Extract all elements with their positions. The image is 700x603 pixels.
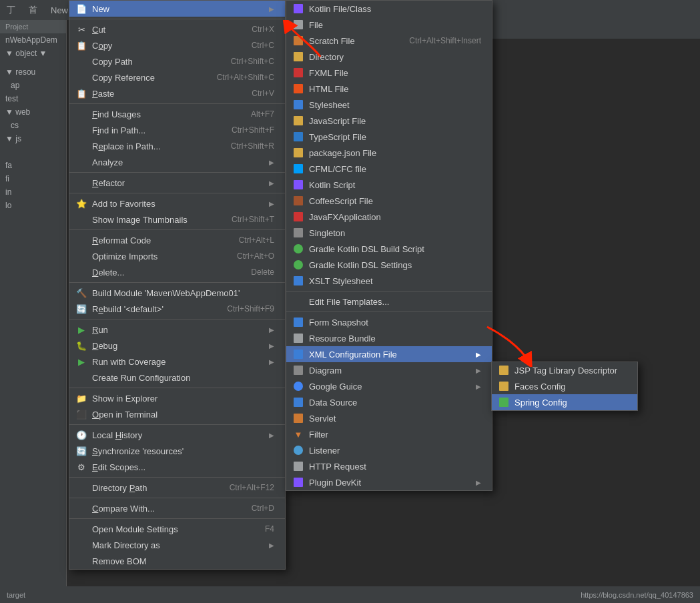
menu-item-show-explorer[interactable]: 📁 Show in Explorer xyxy=(69,390,285,406)
menu-item-cfml[interactable]: CFML/CFC file xyxy=(286,161,492,177)
menu-item-listener[interactable]: Listener xyxy=(286,442,492,458)
menu-item-paste[interactable]: 📋 Paste Ctrl+V xyxy=(69,85,285,101)
sidebar-item-resou[interactable]: ▼ resou xyxy=(0,65,66,79)
menu-item-module-settings[interactable]: Open Module Settings F4 xyxy=(69,521,285,537)
js-icon xyxy=(292,115,305,126)
submenu-arrow: ▶ xyxy=(269,5,274,13)
menu-item-http[interactable]: HTTP Request xyxy=(286,458,492,474)
menu-item-replace-path[interactable]: Replace in Path... Ctrl+Shift+R xyxy=(69,138,285,154)
sidebar-item-ap[interactable]: ap xyxy=(0,79,66,92)
menu-item-find-usages[interactable]: Find Usages Alt+F7 xyxy=(69,106,285,122)
sidebar-item-test[interactable]: test xyxy=(0,92,66,105)
menu-item-kotlin-class[interactable]: Kotlin File/Class xyxy=(286,1,492,17)
run-arrow: ▶ xyxy=(269,326,274,334)
fxml-icon xyxy=(292,67,305,78)
menu-item-ts[interactable]: TypeScript File xyxy=(286,129,492,145)
menu-item-copy-path[interactable]: Copy Path Ctrl+Shift+C xyxy=(69,53,285,69)
delete-icon xyxy=(75,267,88,277)
sidebar-item-cs[interactable]: cs xyxy=(0,119,66,132)
sidebar-item-lo[interactable]: lo xyxy=(0,199,66,212)
menu-item-diagram[interactable]: Diagram ▶ xyxy=(286,362,492,378)
menu-item-local-history[interactable]: 🕐 Local History ▶ xyxy=(69,427,285,443)
menu-item-dir-path[interactable]: Directory Path Ctrl+Alt+F12 xyxy=(69,480,285,496)
sidebar-item-object[interactable]: ▼ object ▼ xyxy=(0,47,66,60)
menu-item-html[interactable]: HTML File xyxy=(286,81,492,97)
menu-item-mark-dir[interactable]: Mark Directory as ▶ xyxy=(69,537,285,553)
top-bar-new[interactable]: New xyxy=(51,5,68,15)
sidebar-item-in[interactable]: in xyxy=(0,185,66,199)
menu-item-refactor[interactable]: Refactor ▶ xyxy=(69,175,285,191)
analyze-icon xyxy=(75,157,88,167)
sidebar-item-web[interactable]: ▼ web xyxy=(0,105,66,119)
plugin-icon xyxy=(292,477,305,488)
menu-item-edit-scopes[interactable]: ⚙ Edit Scopes... xyxy=(69,459,285,475)
separator-10 xyxy=(69,477,285,478)
menu-item-favorites[interactable]: ⭐ Add to Favorites ▶ xyxy=(69,195,285,211)
menu-item-coverage[interactable]: ▶ Run with Coverage ▶ xyxy=(69,354,285,370)
menu-item-stylesheet[interactable]: Stylesheet xyxy=(286,97,492,113)
sync-icon: 🔄 xyxy=(75,446,88,456)
menu-item-jsp-tag[interactable]: JSP Tag Library Descriptor xyxy=(492,362,637,378)
ts-icon xyxy=(292,131,305,142)
menu-item-kotlin-script[interactable]: Kotlin Script xyxy=(286,177,492,193)
menu-item-gradle-build[interactable]: Gradle Kotlin DSL Build Script xyxy=(286,241,492,257)
scopes-icon: ⚙ xyxy=(75,462,88,472)
bundle-icon xyxy=(292,333,305,344)
menu-item-xslt[interactable]: XSLT Stylesheet xyxy=(286,273,492,289)
menu-item-file[interactable]: File xyxy=(286,17,492,33)
sidebar-item-fa[interactable]: fa xyxy=(0,159,66,172)
remove-bom-icon xyxy=(75,556,88,566)
menu-item-guice[interactable]: Google Guice ▶ xyxy=(286,378,492,394)
menu-item-open-terminal[interactable]: ⬛ Open in Terminal xyxy=(69,406,285,422)
menu-item-delete[interactable]: Delete... Delete xyxy=(69,264,285,280)
menu-item-reformat[interactable]: Reformat Code Ctrl+Alt+L xyxy=(69,232,285,248)
menu-item-package-json[interactable]: package.json File xyxy=(286,145,492,161)
menu-item-synchronize[interactable]: 🔄 Synchronize 'resources' xyxy=(69,443,285,459)
menu-item-debug[interactable]: 🐛 Debug ▶ xyxy=(69,338,285,354)
menu-item-xml-config[interactable]: XML Configuration File ▶ xyxy=(286,346,492,362)
menu-item-javafx[interactable]: JavaFXApplication xyxy=(286,209,492,225)
menu-item-fxml[interactable]: FXML File xyxy=(286,65,492,81)
menu-item-servlet[interactable]: Servlet xyxy=(286,410,492,426)
menu-item-new[interactable]: 📄 New ▶ xyxy=(69,1,285,17)
menu-item-cut[interactable]: ✂ Cut Ctrl+X xyxy=(69,21,285,37)
menu-item-faces-config[interactable]: Faces Config xyxy=(492,378,637,394)
menu-item-build-module[interactable]: 🔨 Build Module 'MavenWebAppDemo01' xyxy=(69,285,285,301)
gradle-build-icon xyxy=(292,243,305,254)
menu-item-copy-ref[interactable]: Copy Reference Ctrl+Alt+Shift+C xyxy=(69,69,285,85)
run-icon: ▶ xyxy=(75,324,88,335)
menu-item-compare[interactable]: Compare With... Ctrl+D xyxy=(69,500,285,516)
separator-9 xyxy=(69,424,285,425)
menu-item-directory[interactable]: Directory xyxy=(286,49,492,65)
menu-item-datasource[interactable]: Data Source xyxy=(286,394,492,410)
css-icon xyxy=(292,99,305,110)
menu-item-resource-bundle[interactable]: Resource Bundle xyxy=(286,330,492,346)
menu-item-copy[interactable]: 📋 Copy Ctrl+C xyxy=(69,37,285,53)
separator-1 xyxy=(69,19,285,19)
menu-item-edit-templates[interactable]: Edit File Templates... xyxy=(286,293,492,310)
menu-item-find-path[interactable]: Find in Path... Ctrl+Shift+F xyxy=(69,122,285,138)
menu-item-filter[interactable]: ▼ Filter xyxy=(286,426,492,442)
menu-item-form-snapshot[interactable]: Form Snapshot xyxy=(286,314,492,330)
menu-item-analyze[interactable]: Analyze ▶ xyxy=(69,154,285,170)
menu-item-run-config[interactable]: Create Run Configuration xyxy=(69,370,285,386)
menu-item-remove-bom[interactable]: Remove BOM xyxy=(69,553,285,569)
menu-item-rebuild[interactable]: 🔄 Rebuild '<default>' Ctrl+Shift+F9 xyxy=(69,301,285,317)
sidebar-item-webappdemo[interactable]: nWebAppDem xyxy=(0,33,66,47)
menu-item-scratch-file[interactable]: Scratch File Ctrl+Alt+Shift+Insert xyxy=(286,33,492,49)
menu-item-run[interactable]: ▶ Run ▶ xyxy=(69,322,285,338)
kotlin-icon xyxy=(292,3,305,14)
compare-icon xyxy=(75,503,88,514)
menu-item-spring-config[interactable]: Spring Config xyxy=(492,394,637,410)
sidebar-item-js[interactable]: ▼ js xyxy=(0,132,66,145)
filter-icon: ▼ xyxy=(292,429,305,440)
menu-item-thumbnails[interactable]: Show Image Thumbnails Ctrl+Shift+T xyxy=(69,211,285,227)
menu-item-plugin-devkit[interactable]: Plugin DevKit ▶ xyxy=(286,474,492,490)
json-icon xyxy=(292,147,305,158)
sidebar-item-fi[interactable]: fi xyxy=(0,172,66,185)
menu-item-singleton[interactable]: Singleton xyxy=(286,225,492,241)
menu-item-js[interactable]: JavaScript File xyxy=(286,113,492,129)
menu-item-coffee[interactable]: CoffeeScript File xyxy=(286,193,492,209)
menu-item-optimize[interactable]: Optimize Imports Ctrl+Alt+O xyxy=(69,248,285,264)
menu-item-gradle-settings[interactable]: Gradle Kotlin DSL Settings xyxy=(286,257,492,273)
